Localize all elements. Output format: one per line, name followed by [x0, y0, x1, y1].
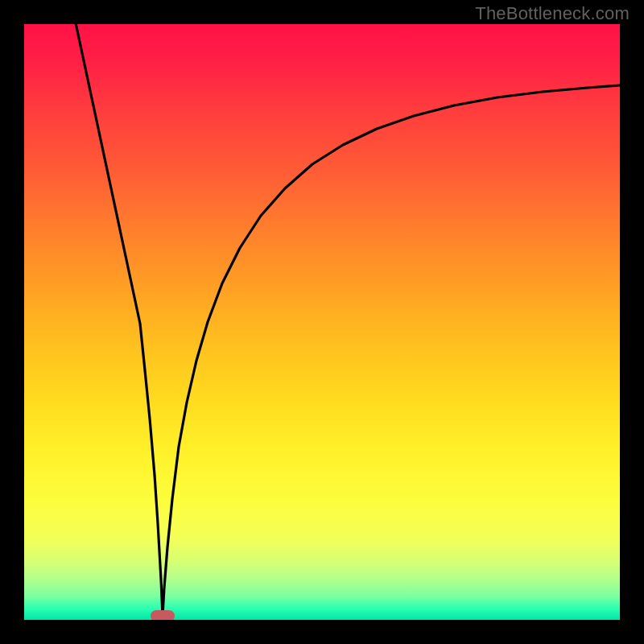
watermark-text: TheBottleneck.com: [475, 3, 630, 24]
chart-frame: TheBottleneck.com: [0, 0, 644, 644]
curve-svg: [24, 24, 620, 620]
bottleneck-curve: [72, 24, 620, 616]
minimum-marker: [151, 610, 175, 620]
plot-area: [24, 24, 620, 620]
